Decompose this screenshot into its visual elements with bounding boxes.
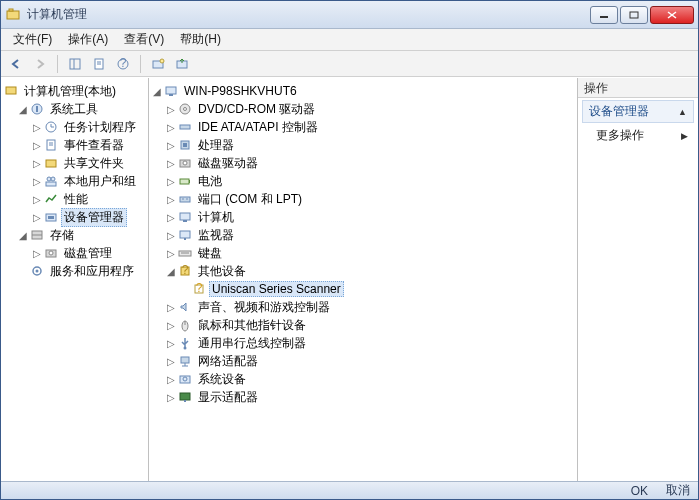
center-pane[interactable]: ◢ WIN-P98SHKVHUT6 ▷DVD/CD-ROM 驱动器▷IDE AT… xyxy=(149,78,578,481)
device-category[interactable]: ▷计算机 xyxy=(151,208,575,226)
forward-button[interactable] xyxy=(29,53,51,75)
monitor-icon xyxy=(177,227,193,243)
expand-icon[interactable]: ▷ xyxy=(31,140,43,151)
category-label: 处理器 xyxy=(195,136,237,155)
svg-rect-30 xyxy=(48,216,54,219)
device-category[interactable]: ▷监视器 xyxy=(151,226,575,244)
actions-context-label: 设备管理器 xyxy=(589,103,649,120)
expand-icon[interactable]: ▷ xyxy=(165,194,177,205)
expand-icon[interactable]: ◢ xyxy=(17,104,29,115)
svg-rect-3 xyxy=(630,12,638,18)
expand-icon[interactable]: ▷ xyxy=(165,230,177,241)
window-title: 计算机管理 xyxy=(27,6,590,23)
device-category[interactable]: ▷电池 xyxy=(151,172,575,190)
item-icon xyxy=(43,155,59,171)
more-actions[interactable]: 更多操作 ▶ xyxy=(578,123,698,146)
svg-text:?: ? xyxy=(196,282,203,295)
collapse-icon[interactable]: ◢ xyxy=(151,86,163,97)
device-category[interactable]: ▷端口 (COM 和 LPT) xyxy=(151,190,575,208)
help-button[interactable]: ? xyxy=(112,53,134,75)
left-pane[interactable]: 计算机管理(本地) ◢系统工具▷任务计划程序▷事件查看器▷共享文件夹▷本地用户和… xyxy=(1,78,149,481)
tree-item[interactable]: ▷事件查看器 xyxy=(3,136,146,154)
expand-icon[interactable]: ▷ xyxy=(31,212,43,223)
update-driver-button[interactable] xyxy=(171,53,193,75)
tree-item[interactable]: ▷磁盘管理 xyxy=(3,244,146,262)
close-button[interactable] xyxy=(650,6,694,24)
minimize-button[interactable] xyxy=(590,6,618,24)
menu-file[interactable]: 文件(F) xyxy=(5,29,60,50)
expand-icon[interactable]: ▷ xyxy=(165,122,177,133)
menu-help[interactable]: 帮助(H) xyxy=(172,29,229,50)
device-category[interactable]: ▷通用串行总线控制器 xyxy=(151,334,575,352)
svg-point-26 xyxy=(47,177,51,181)
expand-icon[interactable]: ▷ xyxy=(31,158,43,169)
group-label: 服务和应用程序 xyxy=(47,262,137,281)
expand-icon[interactable]: ▷ xyxy=(31,194,43,205)
expand-icon[interactable]: ▷ xyxy=(31,122,43,133)
device-category[interactable]: ▷声音、视频和游戏控制器 xyxy=(151,298,575,316)
menu-view[interactable]: 查看(V) xyxy=(116,29,172,50)
titlebar[interactable]: 计算机管理 xyxy=(1,1,698,29)
collapse-icon[interactable]: ▲ xyxy=(678,107,687,117)
submenu-icon: ▶ xyxy=(681,131,688,141)
svg-rect-6 xyxy=(70,59,80,69)
device-item[interactable]: ?Uniscan Series Scanner xyxy=(151,280,575,298)
actions-context[interactable]: 设备管理器 ▲ xyxy=(582,100,694,123)
expand-icon[interactable]: ▷ xyxy=(165,104,177,115)
tree-item[interactable]: ▷本地用户和组 xyxy=(3,172,146,190)
expand-icon[interactable]: ▷ xyxy=(165,320,177,331)
expand-icon[interactable]: ▷ xyxy=(165,356,177,367)
toolbar: ? xyxy=(1,51,698,77)
maximize-button[interactable] xyxy=(620,6,648,24)
scan-hardware-button[interactable] xyxy=(147,53,169,75)
svg-point-63 xyxy=(184,347,187,350)
show-hide-tree-button[interactable] xyxy=(64,53,86,75)
expand-icon[interactable]: ▷ xyxy=(31,176,43,187)
tree-root[interactable]: 计算机管理(本地) xyxy=(3,82,146,100)
expand-icon[interactable]: ▷ xyxy=(165,392,177,403)
tree-item[interactable]: ▷性能 xyxy=(3,190,146,208)
svg-text:?: ? xyxy=(182,264,189,277)
expand-icon[interactable]: ▷ xyxy=(31,248,43,259)
device-category[interactable]: ▷网络适配器 xyxy=(151,352,575,370)
device-category[interactable]: ▷IDE ATA/ATAPI 控制器 xyxy=(151,118,575,136)
device-category[interactable]: ▷系统设备 xyxy=(151,370,575,388)
properties-button[interactable] xyxy=(88,53,110,75)
sound-icon xyxy=(177,299,193,315)
expand-icon[interactable]: ▷ xyxy=(165,176,177,187)
expand-icon[interactable]: ▷ xyxy=(165,302,177,313)
category-label: IDE ATA/ATAPI 控制器 xyxy=(195,118,321,137)
expand-icon[interactable]: ▷ xyxy=(165,338,177,349)
tree-group[interactable]: ◢系统工具 xyxy=(3,100,146,118)
device-root[interactable]: ◢ WIN-P98SHKVHUT6 xyxy=(151,82,575,100)
svg-rect-0 xyxy=(7,11,19,19)
item-icon xyxy=(43,209,59,225)
menu-action[interactable]: 操作(A) xyxy=(60,29,116,50)
device-category[interactable]: ▷处理器 xyxy=(151,136,575,154)
svg-point-49 xyxy=(182,198,184,200)
expand-icon[interactable]: ▷ xyxy=(165,248,177,259)
tree-group[interactable]: 服务和应用程序 xyxy=(3,262,146,280)
device-category[interactable]: ▷DVD/CD-ROM 驱动器 xyxy=(151,100,575,118)
expand-icon[interactable]: ▷ xyxy=(165,140,177,151)
computer-icon xyxy=(177,209,193,225)
tree-item[interactable]: ▷共享文件夹 xyxy=(3,154,146,172)
svg-rect-41 xyxy=(180,125,190,129)
expand-icon[interactable]: ▷ xyxy=(165,158,177,169)
expand-icon[interactable]: ▷ xyxy=(165,374,177,385)
svg-rect-38 xyxy=(169,94,173,96)
tree-item[interactable]: ▷设备管理器 xyxy=(3,208,146,226)
expand-icon[interactable]: ◢ xyxy=(17,230,29,241)
device-category[interactable]: ▷显示适配器 xyxy=(151,388,575,406)
tree-group[interactable]: ◢存储 xyxy=(3,226,146,244)
device-category[interactable]: ◢?其他设备 xyxy=(151,262,575,280)
device-category[interactable]: ▷磁盘驱动器 xyxy=(151,154,575,172)
device-category[interactable]: ▷键盘 xyxy=(151,244,575,262)
expand-icon[interactable]: ▷ xyxy=(165,212,177,223)
back-button[interactable] xyxy=(5,53,27,75)
window-root: 计算机管理 文件(F) 操作(A) 查看(V) 帮助(H) ? 计算机管理(本地… xyxy=(0,0,699,500)
expand-icon[interactable]: ◢ xyxy=(165,266,177,277)
device-category[interactable]: ▷鼠标和其他指针设备 xyxy=(151,316,575,334)
tree-item[interactable]: ▷任务计划程序 xyxy=(3,118,146,136)
category-label: 声音、视频和游戏控制器 xyxy=(195,298,333,317)
